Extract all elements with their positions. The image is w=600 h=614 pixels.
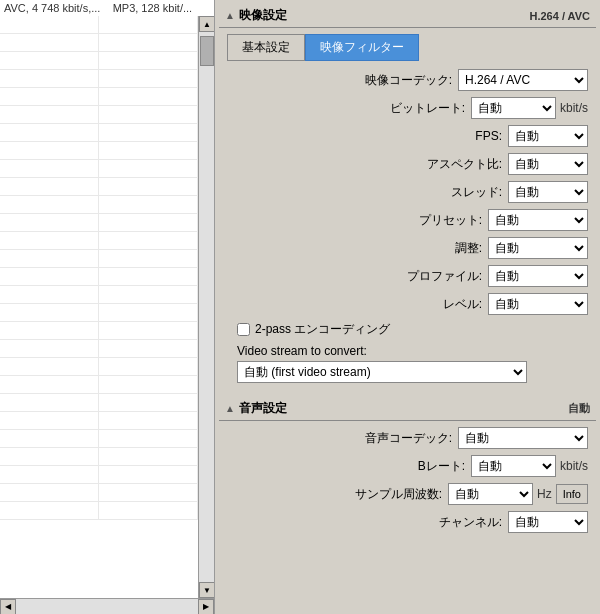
aspect-control: 自動 [508, 153, 588, 175]
profile-control: 自動 [488, 265, 588, 287]
grid-cell [0, 412, 99, 429]
grid-cell [99, 286, 198, 303]
video-settings-section: ▲ 映像設定 H.264 / AVC 基本設定 映像フィルター 映像コーデック:… [219, 4, 596, 393]
left-scroll-area: ▲ ▼ [0, 16, 214, 598]
scroll-thumb[interactable] [200, 36, 214, 66]
stream-select[interactable]: 自動 (first video stream) [237, 361, 527, 383]
codec-select[interactable]: H.264 / AVC [458, 69, 588, 91]
bitrate-label: ビットレート: [381, 100, 471, 117]
fps-control: 自動 [508, 125, 588, 147]
audio-codec-row: 音声コーデック: 自動 [227, 427, 588, 449]
grid-cell [99, 448, 198, 465]
channel-label: チャンネル: [418, 514, 508, 531]
profile-label: プロファイル: [398, 268, 488, 285]
aspect-select[interactable]: 自動 [508, 153, 588, 175]
video-codec-badge: H.264 / AVC [529, 10, 590, 22]
horizontal-scrollbar[interactable]: ◀ ▶ [0, 598, 214, 614]
table-row [0, 484, 198, 502]
profile-row: プロファイル: 自動 [227, 265, 588, 287]
codec-label: 映像コーデック: [365, 72, 458, 89]
grid-cell [99, 412, 198, 429]
grid-cell [99, 502, 198, 519]
bitrate-row: ビットレート: 自動 kbit/s [227, 97, 588, 119]
samplerate-select[interactable]: 自動 [448, 483, 533, 505]
thread-label: スレッド: [418, 184, 508, 201]
audio-bitrate-select[interactable]: 自動 [471, 455, 556, 477]
grid-cell [99, 322, 198, 339]
stream-section: Video stream to convert: 自動 (first video… [227, 344, 588, 383]
grid-cell [99, 16, 198, 33]
profile-select[interactable]: 自動 [488, 265, 588, 287]
channel-row: チャンネル: 自動 [227, 511, 588, 533]
table-row [0, 268, 198, 286]
table-row [0, 106, 198, 124]
tune-row: 調整: 自動 [227, 237, 588, 259]
tab-basic[interactable]: 基本設定 [227, 34, 305, 61]
grid-cell [99, 142, 198, 159]
table-row [0, 448, 198, 466]
video-settings-header: ▲ 映像設定 H.264 / AVC [219, 4, 596, 28]
audio-codec-select[interactable]: 自動 [458, 427, 588, 449]
grid-cell [0, 484, 99, 501]
table-row [0, 412, 198, 430]
channel-select[interactable]: 自動 [508, 511, 588, 533]
level-select[interactable]: 自動 [488, 293, 588, 315]
grid-cell [0, 34, 99, 51]
grid-cell [0, 268, 99, 285]
vertical-scrollbar[interactable]: ▲ ▼ [198, 16, 214, 598]
grid-cell [0, 502, 99, 519]
video-header-title: ▲ 映像設定 [225, 7, 287, 24]
scroll-up-button[interactable]: ▲ [199, 16, 214, 32]
table-row [0, 52, 198, 70]
scroll-down-button[interactable]: ▼ [199, 582, 214, 598]
grid-cell [0, 88, 99, 105]
tab-filter[interactable]: 映像フィルター [305, 34, 419, 61]
table-row [0, 250, 198, 268]
grid-cell [99, 376, 198, 393]
table-row [0, 160, 198, 178]
grid-cell [99, 250, 198, 267]
scroll-right-button[interactable]: ▶ [198, 599, 214, 615]
grid-cell [99, 304, 198, 321]
samplerate-control: 自動 Hz Info [448, 483, 588, 505]
fps-select[interactable]: 自動 [508, 125, 588, 147]
bitrate-unit: kbit/s [560, 101, 588, 115]
fps-row: FPS: 自動 [227, 125, 588, 147]
table-row [0, 214, 198, 232]
thread-control: 自動 [508, 181, 588, 203]
video-settings-title: 映像設定 [239, 7, 287, 24]
bitrate-select[interactable]: 自動 [471, 97, 556, 119]
grid-cell [0, 70, 99, 87]
samplerate-unit: Hz [537, 487, 552, 501]
grid-cell [99, 340, 198, 357]
table-row [0, 16, 198, 34]
level-label: レベル: [398, 296, 488, 313]
table-row [0, 358, 198, 376]
scroll-left-button[interactable]: ◀ [0, 599, 16, 615]
twopass-checkbox[interactable] [237, 323, 250, 336]
preset-select[interactable]: 自動 [488, 209, 588, 231]
audio-codec-label: 音声コーデック: [365, 430, 458, 447]
audio-settings-section: ▲ 音声設定 自動 音声コーデック: 自動 Bレート: [219, 397, 596, 543]
table-row [0, 124, 198, 142]
grid-cell [99, 88, 198, 105]
tune-select[interactable]: 自動 [488, 237, 588, 259]
audio-settings-title: 音声設定 [239, 400, 287, 417]
twopass-label: 2-pass エンコーディング [255, 321, 390, 338]
grid-cell [0, 160, 99, 177]
thread-select[interactable]: 自動 [508, 181, 588, 203]
tune-label: 調整: [398, 240, 488, 257]
table-row [0, 304, 198, 322]
grid-cell [0, 394, 99, 411]
audio-settings-body: 音声コーデック: 自動 Bレート: 自動 kbit/s [219, 423, 596, 543]
grid-cell [99, 268, 198, 285]
table-row [0, 34, 198, 52]
grid-cell [0, 340, 99, 357]
grid-cell [99, 484, 198, 501]
samplerate-row: サンプル周波数: 自動 Hz Info [227, 483, 588, 505]
table-row [0, 322, 198, 340]
info-button[interactable]: Info [556, 484, 588, 504]
grid-cell [0, 196, 99, 213]
grid-cell [99, 106, 198, 123]
grid-cell [0, 106, 99, 123]
